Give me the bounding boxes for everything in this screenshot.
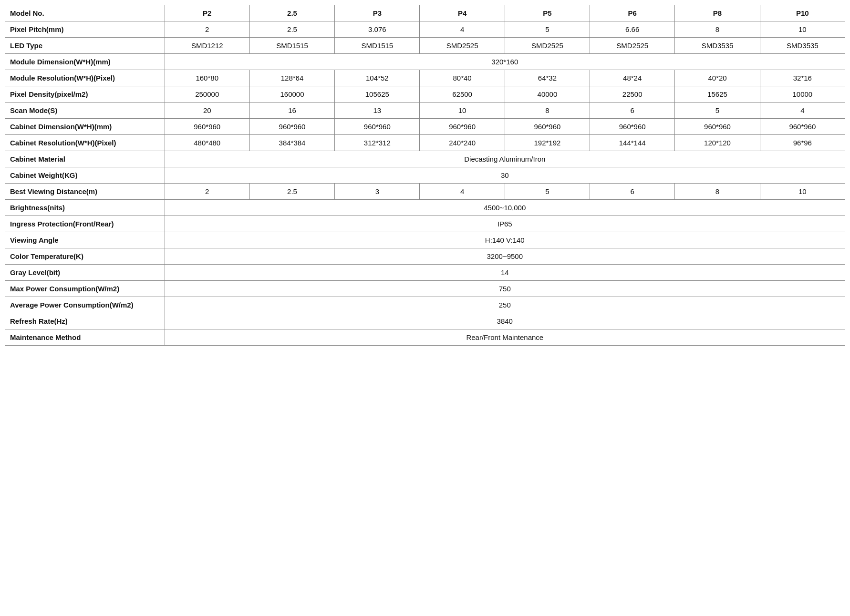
table-row: Average Power Consumption(W/m2)250 — [5, 297, 845, 313]
row-4-col-7: 10000 — [760, 86, 845, 103]
table-row: Cabinet Weight(KG)30 — [5, 167, 845, 184]
row-3-col-2: 104*52 — [335, 70, 420, 86]
row-label-16: Max Power Consumption(W/m2) — [5, 281, 165, 297]
header-col-p5: P5 — [505, 5, 590, 21]
row-span-value-8: Diecasting Aluminum/Iron — [165, 151, 845, 167]
row-10-col-4: 5 — [505, 184, 590, 200]
row-span-value-13: H:140 V:140 — [165, 232, 845, 248]
row-0-col-4: 5 — [505, 21, 590, 38]
row-label-5: Scan Mode(S) — [5, 103, 165, 119]
row-3-col-4: 64*32 — [505, 70, 590, 86]
row-label-7: Cabinet Resolution(W*H)(Pixel) — [5, 135, 165, 151]
row-span-value-16: 750 — [165, 281, 845, 297]
row-span-value-19: Rear/Front Maintenance — [165, 329, 845, 346]
header-col-p2: P2 — [165, 5, 249, 21]
header-col-p6: P6 — [590, 5, 675, 21]
row-6-col-4: 960*960 — [505, 119, 590, 135]
row-5-col-0: 20 — [165, 103, 249, 119]
row-7-col-6: 120*120 — [675, 135, 760, 151]
row-label-0: Pixel Pitch(mm) — [5, 21, 165, 38]
row-0-col-6: 8 — [675, 21, 760, 38]
row-10-col-2: 3 — [335, 184, 420, 200]
row-4-col-6: 15625 — [675, 86, 760, 103]
table-row: Refresh Rate(Hz)3840 — [5, 313, 845, 329]
row-7-col-5: 144*144 — [590, 135, 675, 151]
row-1-col-3: SMD2525 — [420, 38, 505, 54]
row-label-10: Best Viewing Distance(m) — [5, 184, 165, 200]
row-6-col-7: 960*960 — [760, 119, 845, 135]
row-6-col-3: 960*960 — [420, 119, 505, 135]
row-5-col-5: 6 — [590, 103, 675, 119]
row-1-col-2: SMD1515 — [335, 38, 420, 54]
row-5-col-3: 10 — [420, 103, 505, 119]
table-header-row: Model No.P22.5P3P4P5P6P8P10 — [5, 5, 845, 21]
table-row: LED TypeSMD1212SMD1515SMD1515SMD2525SMD2… — [5, 38, 845, 54]
table-row: Viewing AngleH:140 V:140 — [5, 232, 845, 248]
row-5-col-2: 13 — [335, 103, 420, 119]
row-span-value-11: 4500~10,000 — [165, 200, 845, 216]
header-col-p10: P10 — [760, 5, 845, 21]
row-1-col-0: SMD1212 — [165, 38, 249, 54]
spec-table: Model No.P22.5P3P4P5P6P8P10 Pixel Pitch(… — [5, 5, 845, 346]
row-3-col-5: 48*24 — [590, 70, 675, 86]
table-row: Module Dimension(W*H)(mm)320*160 — [5, 54, 845, 70]
table-row: Color Temperature(K)3200~9500 — [5, 248, 845, 265]
row-5-col-4: 8 — [505, 103, 590, 119]
table-row: Pixel Pitch(mm)22.53.076456.66810 — [5, 21, 845, 38]
row-span-value-14: 3200~9500 — [165, 248, 845, 265]
row-10-col-6: 8 — [675, 184, 760, 200]
row-5-col-7: 4 — [760, 103, 845, 119]
row-0-col-3: 4 — [420, 21, 505, 38]
table-row: Scan Mode(S)201613108654 — [5, 103, 845, 119]
header-model: Model No. — [5, 5, 165, 21]
row-label-17: Average Power Consumption(W/m2) — [5, 297, 165, 313]
header-col-25: 2.5 — [249, 5, 334, 21]
table-row: Module Resolution(W*H)(Pixel)160*80128*6… — [5, 70, 845, 86]
table-row: Cabinet Resolution(W*H)(Pixel)480*480384… — [5, 135, 845, 151]
table-row: Cabinet Dimension(W*H)(mm)960*960960*960… — [5, 119, 845, 135]
row-10-col-0: 2 — [165, 184, 249, 200]
row-3-col-3: 80*40 — [420, 70, 505, 86]
row-7-col-3: 240*240 — [420, 135, 505, 151]
row-1-col-5: SMD2525 — [590, 38, 675, 54]
row-label-13: Viewing Angle — [5, 232, 165, 248]
row-label-18: Refresh Rate(Hz) — [5, 313, 165, 329]
row-4-col-1: 160000 — [249, 86, 334, 103]
row-span-value-17: 250 — [165, 297, 845, 313]
row-10-col-1: 2.5 — [249, 184, 334, 200]
row-label-6: Cabinet Dimension(W*H)(mm) — [5, 119, 165, 135]
header-col-p8: P8 — [675, 5, 760, 21]
row-4-col-0: 250000 — [165, 86, 249, 103]
row-span-value-15: 14 — [165, 265, 845, 281]
table-row: Maintenance MethodRear/Front Maintenance — [5, 329, 845, 346]
row-label-11: Brightness(nits) — [5, 200, 165, 216]
row-span-value-2: 320*160 — [165, 54, 845, 70]
row-7-col-0: 480*480 — [165, 135, 249, 151]
row-1-col-7: SMD3535 — [760, 38, 845, 54]
row-5-col-1: 16 — [249, 103, 334, 119]
table-row: Pixel Density(pixel/m2)25000016000010562… — [5, 86, 845, 103]
row-3-col-0: 160*80 — [165, 70, 249, 86]
row-span-value-18: 3840 — [165, 313, 845, 329]
row-label-15: Gray Level(bit) — [5, 265, 165, 281]
table-row: Gray Level(bit)14 — [5, 265, 845, 281]
row-6-col-0: 960*960 — [165, 119, 249, 135]
row-4-col-3: 62500 — [420, 86, 505, 103]
row-0-col-0: 2 — [165, 21, 249, 38]
row-6-col-5: 960*960 — [590, 119, 675, 135]
row-1-col-1: SMD1515 — [249, 38, 334, 54]
row-4-col-2: 105625 — [335, 86, 420, 103]
row-1-col-6: SMD3535 — [675, 38, 760, 54]
table-row: Max Power Consumption(W/m2)750 — [5, 281, 845, 297]
table-row: Ingress Protection(Front/Rear)IP65 — [5, 216, 845, 232]
header-col-p3: P3 — [335, 5, 420, 21]
row-label-19: Maintenance Method — [5, 329, 165, 346]
row-5-col-6: 5 — [675, 103, 760, 119]
row-label-9: Cabinet Weight(KG) — [5, 167, 165, 184]
row-label-4: Pixel Density(pixel/m2) — [5, 86, 165, 103]
row-label-8: Cabinet Material — [5, 151, 165, 167]
row-label-1: LED Type — [5, 38, 165, 54]
row-label-12: Ingress Protection(Front/Rear) — [5, 216, 165, 232]
row-7-col-4: 192*192 — [505, 135, 590, 151]
row-7-col-1: 384*384 — [249, 135, 334, 151]
